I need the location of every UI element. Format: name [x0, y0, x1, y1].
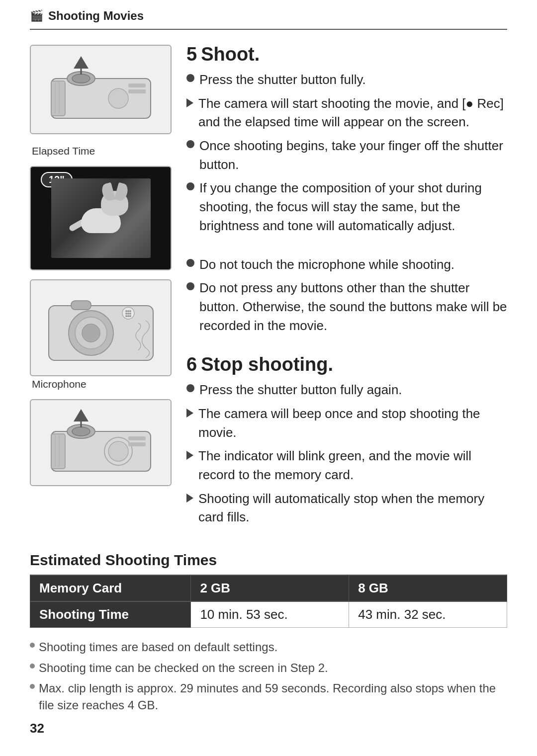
svg-point-17 [125, 310, 127, 312]
table-row: Shooting Time 10 min. 53 sec. 43 min. 32… [30, 601, 507, 628]
bullet-circle-4 [186, 182, 194, 190]
step6-bullets: Press the shutter button fully again. Th… [186, 381, 507, 527]
left-column: Elapsed Time 12" [30, 45, 172, 537]
svg-marker-3 [74, 56, 89, 69]
microphone-label: Microphone [30, 378, 172, 390]
note-2: Shooting time can be checked on the scre… [30, 660, 507, 676]
row-header-shooting: Shooting Time [30, 601, 191, 628]
col-header-2gb: 2 GB [191, 575, 349, 601]
step6-number: 6 [186, 355, 197, 374]
svg-point-20 [125, 313, 127, 315]
step5-bullet-4: If you change the composition of your sh… [186, 179, 507, 235]
movie-icon: 🎬 [30, 9, 43, 22]
step6-bullet-4: Shooting will automatically stop when th… [186, 490, 507, 527]
microphone-diagram-container: Microphone [30, 279, 172, 390]
dog-head [101, 191, 128, 216]
step6-bullet-1-text: Press the shutter button fully again. [199, 381, 507, 400]
bullet-circle-6 [186, 282, 194, 290]
svg-point-19 [129, 310, 131, 312]
svg-rect-9 [51, 81, 65, 116]
step5-bullets: Press the shutter button fully. The came… [186, 71, 507, 236]
svg-point-29 [72, 427, 90, 436]
page-number: 32 [30, 721, 44, 736]
step5-header: 5 Shoot. [186, 45, 507, 64]
svg-rect-7 [128, 84, 146, 87]
step5-bullet2-2-text: Do not press any buttons other than the … [199, 279, 507, 335]
step6-bullet-1: Press the shutter button fully again. [186, 381, 507, 400]
bullet-circle-1 [186, 74, 194, 82]
note-bullet-3 [30, 684, 35, 689]
shutter-diagram-bottom [30, 399, 172, 486]
step6-bullet-2: The camera will beep once and stop shoot… [186, 405, 507, 442]
bullet-triangle-8 [186, 409, 193, 418]
svg-marker-30 [74, 409, 89, 421]
step5-bullet-2: The camera will start shooting the movie… [186, 94, 507, 132]
section-divider-1 [186, 246, 507, 255]
dog-silhouette [69, 193, 133, 243]
step5-bullet2-1: Do not touch the microphone while shooti… [186, 255, 507, 274]
bottom-section: Estimated Shooting Times Memory Card 2 G… [30, 552, 507, 713]
svg-rect-8 [128, 89, 146, 93]
cell-8gb-time: 43 min. 32 sec. [349, 601, 507, 628]
note-3-text: Max. clip length is approx. 29 minutes a… [39, 680, 507, 713]
elapsed-time-label: Elapsed Time [30, 145, 172, 157]
bullet-circle-7 [186, 384, 194, 392]
bullet-triangle-10 [186, 494, 193, 503]
step5-bullet-4-text: If you change the composition of your sh… [199, 179, 507, 235]
col-header-8gb: 8 GB [349, 575, 507, 601]
dog-ear-left [100, 182, 115, 202]
step5-bullet-2-text: The camera will start shooting the movie… [198, 94, 507, 132]
svg-point-22 [129, 313, 131, 315]
shutter-svg [41, 54, 161, 126]
dog-image [51, 178, 151, 258]
section-divider-2 [186, 345, 507, 355]
dog-ear-right [114, 182, 129, 202]
step5-bullet-3: Once shooting begins, take your finger o… [186, 137, 507, 174]
svg-rect-36 [51, 434, 65, 469]
right-column: 5 Shoot. Press the shutter button fully.… [186, 45, 507, 537]
svg-rect-35 [128, 442, 146, 446]
note-2-text: Shooting time can be checked on the scre… [39, 660, 328, 676]
bullet-circle-3 [186, 140, 194, 148]
main-layout: Elapsed Time 12" [30, 45, 507, 537]
microphone-svg [41, 286, 161, 370]
step5-bullet2-2: Do not press any buttons other than the … [186, 279, 507, 335]
step5-bullet-1-text: Press the shutter button fully. [199, 71, 507, 89]
svg-rect-34 [128, 436, 146, 440]
shutter-bottom-svg [41, 407, 161, 479]
cell-2gb-time: 10 min. 53 sec. [191, 601, 349, 628]
bullet-triangle-2 [186, 98, 193, 107]
header-title: Shooting Movies [48, 9, 144, 23]
bullet-triangle-9 [186, 451, 193, 460]
svg-point-15 [82, 324, 100, 342]
note-bullet-1 [30, 643, 35, 648]
step5-bullets2: Do not touch the microphone while shooti… [186, 255, 507, 336]
svg-point-21 [127, 313, 129, 315]
step6-bullet-3-text: The indicator will blink green, and the … [198, 447, 507, 484]
col-header-memory: Memory Card [30, 575, 191, 601]
svg-point-2 [72, 74, 90, 83]
screen-diagram: 12" [30, 166, 172, 270]
step5-bullet2-1-text: Do not touch the microphone while shooti… [199, 255, 507, 274]
table-header-row: Memory Card 2 GB 8 GB [30, 575, 507, 601]
shooting-table: Memory Card 2 GB 8 GB Shooting Time 10 m… [30, 575, 507, 628]
svg-point-33 [108, 441, 128, 461]
note-bullet-2 [30, 664, 35, 669]
page-header: 🎬 Shooting Movies [30, 0, 507, 30]
svg-rect-26 [71, 301, 91, 310]
step6-bullet-3: The indicator will blink green, and the … [186, 447, 507, 484]
shutter-diagram-top [30, 45, 172, 134]
step6-header: 6 Stop shooting. [186, 355, 507, 374]
step6-bullet-4-text: Shooting will automatically stop when th… [198, 490, 507, 527]
note-1: Shooting times are based on default sett… [30, 639, 507, 656]
step5-bullet-3-text: Once shooting begins, take your finger o… [199, 137, 507, 174]
step5-bullet-1: Press the shutter button fully. [186, 71, 507, 89]
estimated-title: Estimated Shooting Times [30, 552, 507, 569]
svg-point-23 [125, 315, 127, 317]
svg-point-24 [127, 315, 129, 317]
notes-list: Shooting times are based on default sett… [30, 639, 507, 713]
bullet-circle-5 [186, 259, 194, 267]
svg-point-6 [108, 88, 128, 108]
step6-title: Stop shooting. [201, 355, 333, 374]
note-1-text: Shooting times are based on default sett… [39, 639, 277, 656]
